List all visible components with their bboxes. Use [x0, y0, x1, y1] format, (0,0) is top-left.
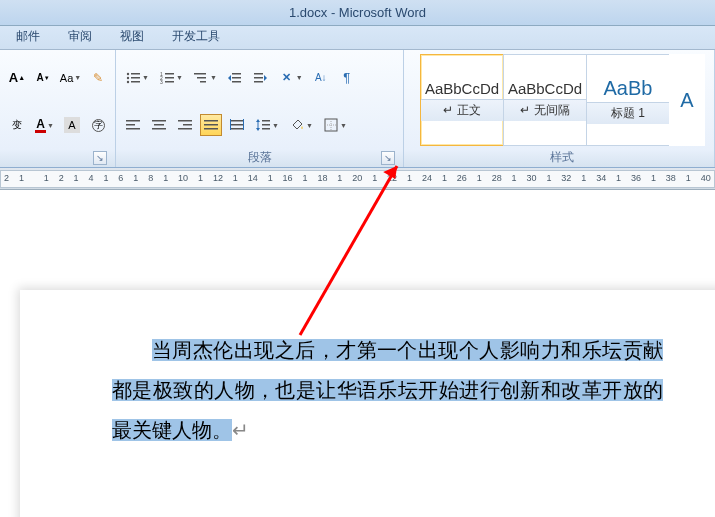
grow-font-icon: A▲: [9, 70, 25, 86]
tab-review[interactable]: 审阅: [62, 25, 98, 49]
ruler-tick: 1: [512, 173, 517, 183]
style-name: ↵ 无间隔: [504, 99, 586, 121]
eraser-icon: ✎: [90, 70, 106, 86]
char-shading-button[interactable]: A: [61, 114, 83, 136]
svg-rect-36: [230, 119, 231, 130]
svg-rect-21: [126, 120, 140, 122]
svg-rect-40: [262, 124, 270, 126]
borders-icon: [323, 117, 339, 133]
tab-mail[interactable]: 邮件: [10, 25, 46, 49]
ribbon-tabs: 邮件 审阅 视图 开发工具: [0, 26, 715, 50]
borders-button[interactable]: ▼: [320, 114, 350, 136]
ruler-tick: 8: [148, 173, 153, 183]
svg-rect-13: [197, 77, 206, 79]
align-center-button[interactable]: [148, 114, 170, 136]
dropdown-icon: ▼: [340, 122, 347, 129]
dropdown-icon: ▼: [272, 122, 279, 129]
ruler-tick: 34: [596, 173, 606, 183]
svg-rect-18: [254, 73, 263, 75]
increase-indent-button[interactable]: [250, 67, 272, 89]
char-shading-icon: A: [64, 117, 80, 133]
asian-layout-icon: ✕: [279, 70, 295, 86]
ruler-tick: 1: [616, 173, 621, 183]
dropdown-icon: ▼: [47, 122, 54, 129]
ruler-tick: 1: [686, 173, 691, 183]
shrink-font-icon: A▼: [35, 70, 51, 86]
numbering-button[interactable]: 123▼: [156, 67, 186, 89]
ruler-tick: 1: [303, 173, 308, 183]
dropdown-icon: ▼: [74, 74, 81, 81]
styles-gallery[interactable]: AaBbCcDd ↵ 正文 AaBbCcDd ↵ 无间隔 AaBb 标题 1 A: [420, 54, 704, 146]
svg-point-0: [127, 73, 129, 75]
numbering-icon: 123: [159, 70, 175, 86]
align-justify-icon: [203, 117, 219, 133]
ruler-tick: 16: [283, 173, 293, 183]
ruler-tick: 1: [337, 173, 342, 183]
shading-button[interactable]: ▼: [286, 114, 316, 136]
ruler[interactable]: 2112141618110112114116118120122124126128…: [0, 168, 715, 190]
ruler-tick: 14: [248, 173, 258, 183]
tab-developer[interactable]: 开发工具: [166, 25, 226, 49]
align-justify-button[interactable]: [200, 114, 222, 136]
svg-rect-29: [178, 128, 192, 130]
svg-text:3: 3: [160, 79, 163, 85]
svg-rect-1: [131, 73, 140, 75]
group-styles: AaBbCcDd ↵ 正文 AaBbCcDd ↵ 无间隔 AaBb 标题 1 A…: [404, 50, 715, 167]
svg-point-2: [127, 77, 129, 79]
change-case-button[interactable]: Aa▼: [58, 67, 83, 89]
page[interactable]: 当周杰伦出现之后，才第一个出现个人影响力和乐坛贡献都是极致的人物，也是让华语乐坛…: [20, 290, 715, 517]
style-tile-partial[interactable]: A: [669, 54, 705, 146]
ruler-tick: 20: [352, 173, 362, 183]
phonetic-guide-button[interactable]: 变: [6, 114, 28, 136]
ruler-tick: 1: [407, 173, 412, 183]
show-marks-button[interactable]: ¶: [336, 67, 358, 89]
svg-rect-35: [230, 128, 244, 130]
sort-button[interactable]: A↓: [310, 67, 332, 89]
style-tile-nospacing[interactable]: AaBbCcDd ↵ 无间隔: [503, 54, 587, 146]
tab-view[interactable]: 视图: [114, 25, 150, 49]
distribute-button[interactable]: [226, 114, 248, 136]
ruler-tick: 1: [581, 173, 586, 183]
svg-rect-27: [178, 120, 192, 122]
ruler-tick: 1: [546, 173, 551, 183]
align-left-button[interactable]: [122, 114, 144, 136]
multilevel-list-button[interactable]: ▼: [190, 67, 220, 89]
enclose-chars-button[interactable]: 字: [87, 114, 109, 136]
ruler-ticks: 2112141618110112114116118120122124126128…: [0, 173, 715, 183]
asian-layout-button[interactable]: ✕▼: [276, 67, 306, 89]
font-color-button[interactable]: A▼: [32, 114, 57, 136]
shrink-font-button[interactable]: A▼: [32, 67, 54, 89]
decrease-indent-icon: [227, 70, 243, 86]
style-preview: AaBb: [604, 77, 653, 100]
paragraph-dialog-launcher[interactable]: ↘: [381, 151, 395, 165]
enclose-icon: 字: [92, 119, 105, 132]
svg-rect-19: [254, 77, 263, 79]
svg-rect-5: [131, 81, 140, 83]
title-bar: 1.docx - Microsoft Word: [0, 0, 715, 26]
style-tile-heading1[interactable]: AaBb 标题 1: [586, 54, 670, 146]
align-right-icon: [177, 117, 193, 133]
decrease-indent-button[interactable]: [224, 67, 246, 89]
ruler-tick: 40: [701, 173, 711, 183]
ruler-tick: 1: [163, 173, 168, 183]
style-name: 标题 1: [587, 102, 669, 124]
dropdown-icon: ▼: [296, 74, 303, 81]
ribbon: A▲ A▼ Aa▼ ✎ 变 A▼ A 字 ↘ ▼ 123▼ ▼: [0, 50, 715, 168]
document-area[interactable]: 当周杰伦出现之后，才第一个出现个人影响力和乐坛贡献都是极致的人物，也是让华语乐坛…: [0, 190, 715, 517]
svg-rect-14: [200, 81, 206, 83]
line-spacing-button[interactable]: ▼: [252, 114, 282, 136]
paragraph-1[interactable]: 当周杰伦出现之后，才第一个出现个人影响力和乐坛贡献都是极致的人物，也是让华语乐坛…: [112, 330, 663, 450]
paragraph-mark: ↵: [232, 419, 249, 441]
font-dialog-launcher[interactable]: ↘: [93, 151, 107, 165]
align-right-button[interactable]: [174, 114, 196, 136]
svg-rect-11: [165, 81, 174, 83]
clear-formatting-button[interactable]: ✎: [87, 67, 109, 89]
ruler-tick: 1: [74, 173, 79, 183]
font-color-icon: A: [35, 117, 46, 133]
bullets-button[interactable]: ▼: [122, 67, 152, 89]
dropdown-icon: ▼: [176, 74, 183, 81]
ruler-tick: 10: [178, 173, 188, 183]
style-tile-normal[interactable]: AaBbCcDd ↵ 正文: [420, 54, 504, 146]
ruler-tick: 2: [4, 173, 9, 183]
grow-font-button[interactable]: A▲: [6, 67, 28, 89]
